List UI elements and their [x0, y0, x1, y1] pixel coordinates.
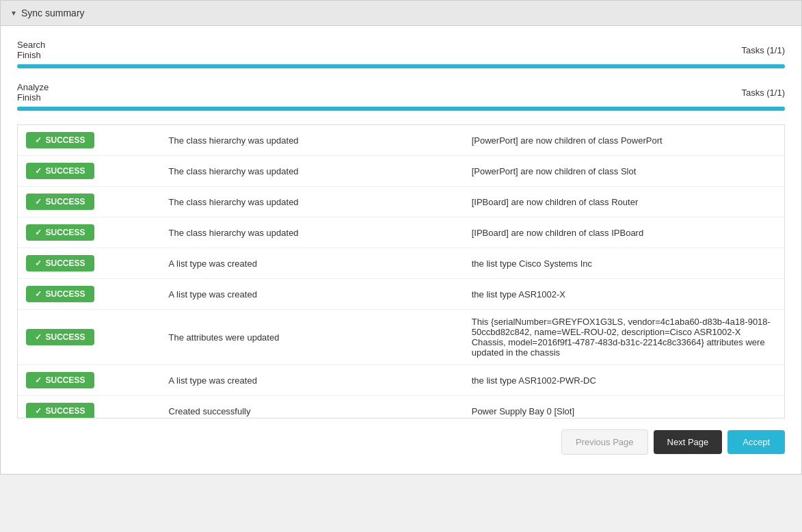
- search-tasks-label: Tasks (1/1): [741, 45, 785, 55]
- analyze-progress-row: Analyze Finish Tasks (1/1): [17, 82, 785, 103]
- search-progress-row: Search Finish Tasks (1/1): [17, 40, 785, 60]
- chevron-down-icon: ▾: [12, 8, 16, 18]
- status-badge: ✓SUCCESS: [26, 194, 94, 210]
- status-cell: ✓SUCCESS: [18, 279, 161, 310]
- description-cell: The attributes were updated: [161, 310, 464, 365]
- status-badge: ✓SUCCESS: [26, 224, 94, 241]
- table-row: ✓SUCCESSThe attributes were updatedThis …: [18, 310, 784, 365]
- search-progress-bar: [17, 64, 785, 68]
- description-cell: The class hierarchy was updated: [161, 156, 464, 187]
- analyze-progress-fill: [17, 107, 785, 111]
- status-cell: ✓SUCCESS: [18, 396, 161, 419]
- status-badge: ✓SUCCESS: [26, 329, 94, 345]
- checkmark-icon: ✓: [35, 289, 42, 299]
- detail-cell: [IPBoard] are now children of class IPBo…: [464, 217, 784, 248]
- description-cell: A list type was created: [161, 279, 464, 310]
- search-label: Search Finish: [17, 40, 72, 60]
- detail-cell: the list type Cisco Systems Inc: [464, 248, 784, 279]
- results-table: ✓SUCCESSThe class hierarchy was updated[…: [18, 125, 784, 418]
- search-progress-section: Search Finish Tasks (1/1): [17, 40, 785, 68]
- checkmark-icon: ✓: [35, 197, 42, 207]
- table-row: ✓SUCCESSThe class hierarchy was updated[…: [18, 217, 784, 248]
- table-row: ✓SUCCESSThe class hierarchy was updated[…: [18, 125, 784, 156]
- checkmark-icon: ✓: [35, 258, 42, 268]
- status-badge: ✓SUCCESS: [26, 132, 94, 148]
- status-badge: ✓SUCCESS: [26, 286, 94, 302]
- checkmark-icon: ✓: [35, 375, 42, 385]
- status-badge: ✓SUCCESS: [26, 403, 94, 418]
- status-cell: ✓SUCCESS: [18, 310, 161, 365]
- checkmark-icon: ✓: [35, 166, 42, 176]
- main-content: Search Finish Tasks (1/1) Analyze Finish…: [0, 26, 802, 475]
- status-cell: ✓SUCCESS: [18, 125, 161, 156]
- checkmark-icon: ✓: [35, 406, 42, 416]
- description-cell: A list type was created: [161, 248, 464, 279]
- description-cell: The class hierarchy was updated: [161, 187, 464, 217]
- description-cell: The class hierarchy was updated: [161, 217, 464, 248]
- analyze-label: Analyze Finish: [17, 82, 72, 103]
- status-badge: ✓SUCCESS: [26, 255, 94, 271]
- status-badge: ✓SUCCESS: [26, 372, 94, 388]
- status-cell: ✓SUCCESS: [18, 187, 161, 217]
- search-progress-fill: [17, 64, 785, 68]
- detail-cell: [PowerPort] are now children of class Po…: [464, 125, 784, 156]
- table-row: ✓SUCCESSThe class hierarchy was updated[…: [18, 156, 784, 187]
- detail-cell: [PowerPort] are now children of class Sl…: [464, 156, 784, 187]
- status-cell: ✓SUCCESS: [18, 248, 161, 279]
- sync-summary-header[interactable]: ▾ Sync summary: [0, 0, 802, 26]
- checkmark-icon: ✓: [35, 332, 42, 342]
- table-row: ✓SUCCESSA list type was createdthe list …: [18, 248, 784, 279]
- detail-cell: This {serialNumber=GREYFOX1G3LS, vendor=…: [464, 310, 784, 365]
- footer-buttons: Previous Page Next Page Accept: [17, 418, 785, 460]
- previous-page-button[interactable]: Previous Page: [561, 429, 648, 455]
- page-wrapper: ▾ Sync summary Search Finish Tasks (1/1)…: [0, 0, 802, 532]
- table-row: ✓SUCCESSA list type was createdthe list …: [18, 279, 784, 310]
- analyze-tasks-label: Tasks (1/1): [741, 88, 785, 98]
- description-cell: A list type was created: [161, 365, 464, 396]
- description-cell: Created successfully: [161, 396, 464, 419]
- table-row: ✓SUCCESSA list type was createdthe list …: [18, 365, 784, 396]
- status-badge: ✓SUCCESS: [26, 163, 94, 179]
- checkmark-icon: ✓: [35, 228, 42, 237]
- table-row: ✓SUCCESSCreated successfullyPower Supply…: [18, 396, 784, 419]
- analyze-progress-section: Analyze Finish Tasks (1/1): [17, 82, 785, 111]
- next-page-button[interactable]: Next Page: [654, 430, 723, 454]
- description-cell: The class hierarchy was updated: [161, 125, 464, 156]
- detail-cell: the list type ASR1002-X: [464, 279, 784, 310]
- detail-cell: [IPBoard] are now children of class Rout…: [464, 187, 784, 217]
- checkmark-icon: ✓: [35, 135, 42, 145]
- table-row: ✓SUCCESSThe class hierarchy was updated[…: [18, 187, 784, 217]
- sync-summary-title: Sync summary: [21, 8, 85, 18]
- status-cell: ✓SUCCESS: [18, 365, 161, 396]
- detail-cell: Power Supply Bay 0 [Slot]: [464, 396, 784, 419]
- status-cell: ✓SUCCESS: [18, 156, 161, 187]
- analyze-progress-bar: [17, 107, 785, 111]
- status-cell: ✓SUCCESS: [18, 217, 161, 248]
- accept-button[interactable]: Accept: [727, 430, 785, 454]
- results-table-wrapper: ✓SUCCESSThe class hierarchy was updated[…: [17, 124, 785, 418]
- detail-cell: the list type ASR1002-PWR-DC: [464, 365, 784, 396]
